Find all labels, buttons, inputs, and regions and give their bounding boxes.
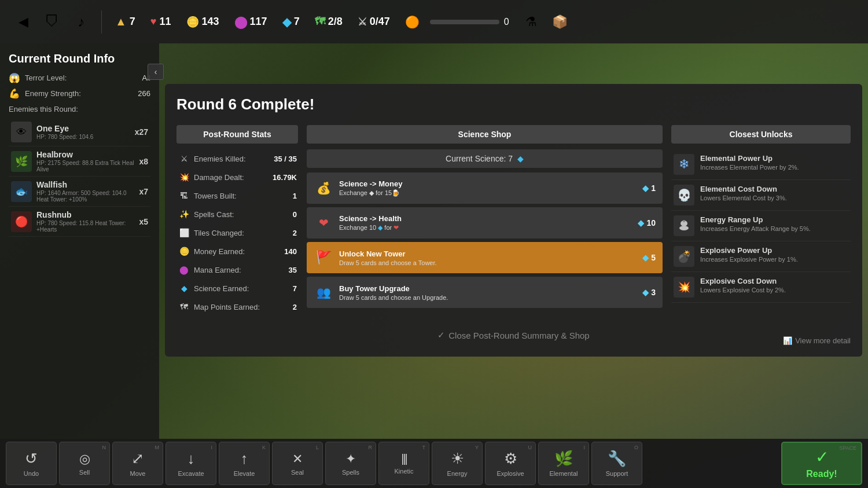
stat-kills: ⚔ 0/47 [353, 13, 395, 31]
unlock-item-2: Energy Range Up Increases Energy Attack … [671, 211, 851, 241]
undo-icon: ↺ [25, 450, 38, 468]
unlock-text-2: Energy Range Up Increases Energy Attack … [700, 215, 848, 232]
view-more-detail-button[interactable]: 📊 View more detail [783, 336, 851, 345]
stat-row-0: ⚔ Enemies Killed: 35 / 35 [176, 149, 298, 168]
unlock-item-0: ❄ Elemental Power Up Increases Elemental… [671, 149, 851, 180]
explosive-icon: ⚙ [504, 450, 517, 468]
ready-label: Ready! [806, 469, 837, 479]
spells-cast-icon: ✨ [178, 208, 190, 221]
excavate-icon: ↓ [187, 450, 195, 468]
enemy-item-0: 👁 One Eye HP: 780 Speed: 104.6 x27 [9, 118, 150, 146]
shop-item-text-2: Unlock New Tower Draw 5 cards and choose… [339, 249, 637, 266]
shop-item-text-0: Science -> Money Exchange ◆ for 15🍺 [339, 179, 637, 197]
enemy-strength-row: 💪 Enemy Strength: 266 [9, 88, 150, 99]
explosive-button[interactable]: U ⚙ Explosive [485, 442, 536, 485]
unlocks-panel-header: Closest Unlocks [671, 125, 851, 144]
shop-item-cost-3: ◆ 3 [642, 288, 656, 297]
enemy-info-0: One Eye HP: 780 Speed: 104.6 [36, 124, 130, 140]
seal-button[interactable]: L ✕ Seal [272, 442, 323, 485]
support-button[interactable]: O 🔧 Support [591, 442, 642, 485]
shop-item-icon-2: 🚩 [314, 248, 333, 267]
enemy-info-2: Wallfish HP: 1640 Armor: 500 Speed: 104.… [36, 180, 134, 203]
stat-mana: ⬤ 117 [230, 13, 272, 31]
shop-item-icon-0: 💰 [314, 178, 333, 198]
main-modal: Round 6 Complete! Post-Round Stats ⚔ Ene… [165, 84, 862, 357]
enemy-item-1: 🌿 Healbrow HP: 2175 Speed: 88.8 Extra Ti… [9, 146, 150, 177]
shop-item-text-3: Buy Tower Upgrade Draw 5 cards and choos… [339, 284, 637, 301]
sidebar-collapse-button[interactable]: ‹ [148, 64, 164, 80]
shop-item-2[interactable]: 🚩 Unlock New Tower Draw 5 cards and choo… [307, 242, 663, 273]
cost-diamond-icon-0: ◆ [642, 184, 649, 193]
unlocks-panel: Closest Unlocks ❄ Elemental Power Up Inc… [671, 125, 851, 316]
close-check-icon: ✓ [437, 330, 445, 340]
shop-item-3[interactable]: 👥 Buy Tower Upgrade Draw 5 cards and cho… [307, 277, 663, 308]
shop-item-text-1: Science -> Health Exchange 10 ◆ for ❤ [339, 214, 632, 232]
energy-button[interactable]: Y ☀ Energy [432, 442, 483, 485]
kinetic-button[interactable]: T ||| Kinetic [378, 442, 429, 485]
ready-button[interactable]: SPACE ✓ Ready! [781, 442, 862, 485]
mana-earned-icon: ⬤ [178, 263, 190, 276]
attack-icon: ▲ [115, 15, 127, 28]
undo-button[interactable]: ↺ Undo [6, 442, 57, 485]
helmet-icon[interactable]: ⛉ [41, 10, 64, 34]
stat-health: ♥ 11 [146, 13, 176, 30]
enemy-icon-3: 🔴 [11, 211, 32, 232]
mana-icon: ⬤ [234, 15, 247, 29]
stat-row-3: ✨ Spells Cast: 0 [176, 205, 298, 223]
enemy-item-3: 🔴 Rushnub HP: 780 Speed: 115.8 Heat Towe… [9, 207, 150, 237]
towers-built-icon: 🏗 [178, 189, 190, 202]
enemy-info-3: Rushnub HP: 780 Speed: 115.8 Heat Tower:… [36, 210, 134, 233]
unlock-item-4: 💥 Explosive Cost Down Lowers Explosive C… [671, 272, 851, 303]
shop-item-cost-0: ◆ 1 [642, 184, 656, 193]
stat-xp-icon: 🟠 [400, 13, 424, 31]
shop-item-0[interactable]: 💰 Science -> Money Exchange ◆ for 15🍺 ◆ … [307, 173, 663, 204]
shop-item-cost-1: ◆ 10 [638, 218, 656, 228]
science-diamond-icon: ◆ [517, 154, 524, 163]
stat-row-5: 🪙 Money Earned: 140 [176, 242, 298, 260]
close-post-round-button[interactable]: ✓ Close Post-Round Summary & Shop [428, 325, 598, 345]
svg-point-1 [679, 226, 689, 230]
move-button[interactable]: M ⤢ Move [112, 442, 163, 485]
sidebar-title: Current Round Info [9, 52, 150, 65]
tiles-changed-icon: ⬜ [178, 226, 190, 239]
back-button[interactable]: ◀ [12, 10, 35, 34]
stat-science: ◆ 7 [278, 13, 304, 31]
move-icon: ⤢ [131, 450, 144, 468]
xp-bar-container: 0 [430, 17, 509, 27]
stat-row-2: 🏗 Towers Built: 1 [176, 186, 298, 205]
excavate-button[interactable]: I ↓ Excavate [165, 442, 216, 485]
modal-title: Round 6 Complete! [176, 96, 851, 113]
stat-map: 🗺 2/8 [310, 13, 347, 30]
shop-panel: Science Shop Current Science: 7 ◆ 💰 Scie… [307, 125, 663, 316]
elemental-button[interactable]: I 🌿 Elemental [538, 442, 589, 485]
flask-button[interactable]: ⚗ [520, 10, 543, 34]
ready-check-icon: ✓ [815, 447, 829, 467]
support-icon: 🔧 [608, 450, 626, 468]
enemies-label: Enemies this Round: [9, 105, 150, 113]
map-icon: 🗺 [315, 16, 325, 28]
sell-button[interactable]: N ◎ Sell [59, 442, 110, 485]
cost-diamond-icon-1: ◆ [638, 218, 644, 228]
unlock-item-3: 💣 Explosive Power Up Increases Explosive… [671, 241, 851, 272]
health-icon: ♥ [150, 16, 157, 28]
enemy-icon-0: 👁 [11, 122, 32, 142]
spells-button[interactable]: R ✦ Spells [325, 442, 376, 485]
gold-icon: 🪙 [186, 16, 199, 28]
music-icon[interactable]: ♪ [69, 10, 93, 34]
shop-item-icon-1: ❤ [314, 213, 333, 233]
stats-panel-header: Post-Round Stats [176, 125, 298, 144]
enemy-icon-2: 🐟 [11, 181, 32, 202]
unlock-icon-0: ❄ [674, 154, 694, 175]
stat-row-7: ◆ Science Earned: 7 [176, 279, 298, 298]
elevate-button[interactable]: K ↑ Elevate [219, 442, 270, 485]
money-earned-icon: 🪙 [178, 245, 190, 258]
chest-button[interactable]: 📦 [549, 10, 572, 34]
enemy-item-2: 🐟 Wallfish HP: 1640 Armor: 500 Speed: 10… [9, 177, 150, 207]
shop-item-1[interactable]: ❤ Science -> Health Exchange 10 ◆ for ❤ … [307, 207, 663, 239]
terror-level-row: 😱 Terror Level: All [9, 72, 150, 83]
seal-icon: ✕ [292, 452, 303, 467]
elevate-icon: ↑ [241, 450, 248, 468]
damage-dealt-icon: 💥 [178, 171, 190, 184]
kinetic-icon: ||| [401, 452, 407, 465]
elemental-icon: 🌿 [554, 450, 573, 468]
